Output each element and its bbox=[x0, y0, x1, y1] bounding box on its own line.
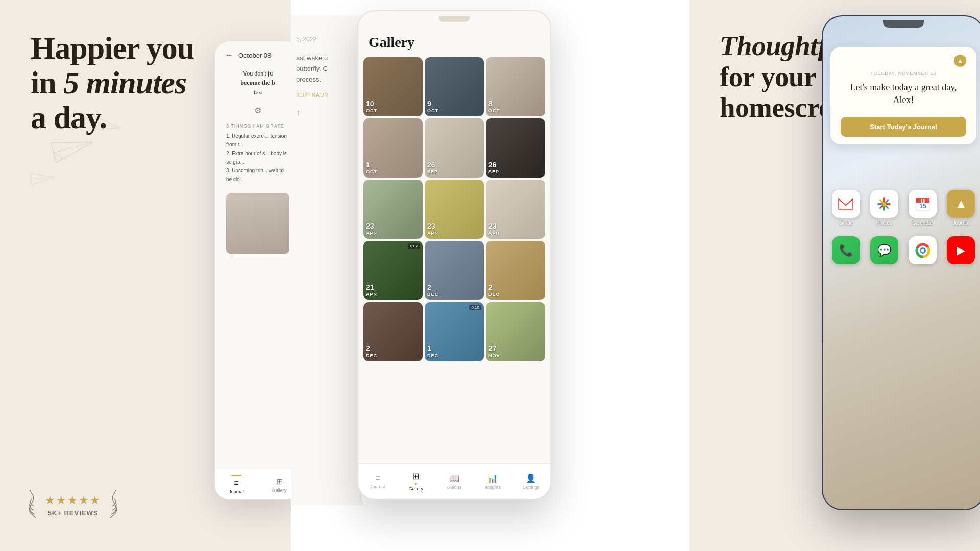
gnav-journal-label: Journal bbox=[370, 484, 385, 489]
nav-journal[interactable]: ≡ Journal bbox=[215, 475, 258, 494]
gallery-item[interactable]: 2DEC bbox=[486, 241, 545, 300]
homescreen-phone: ▲ TUESDAY, NOVEMBER 15 Let's make today … bbox=[822, 15, 980, 510]
app-youtube[interactable]: ▶ bbox=[946, 236, 976, 267]
gnav-gallery[interactable]: ⊞ Gallery bbox=[397, 471, 435, 491]
gallery-phone-top bbox=[358, 11, 550, 27]
gallery-item[interactable]: 27NOV bbox=[486, 302, 545, 361]
chrome-icon bbox=[909, 236, 937, 264]
gmail-label: Gmail bbox=[839, 220, 852, 226]
laurel-left bbox=[26, 490, 41, 520]
gallery-title: Gallery bbox=[358, 27, 550, 53]
left-section: Happier you in 5 minutes a day. bbox=[0, 0, 291, 551]
journal-widget[interactable]: ▲ TUESDAY, NOVEMBER 15 Let's make today … bbox=[830, 47, 976, 144]
app-gmail[interactable]: Gmail bbox=[830, 190, 861, 226]
partial-quote-text: ast wake u butterfly. C process. bbox=[296, 53, 357, 85]
middle-section: 5, 2022 ast wake u butterfly. C process.… bbox=[291, 0, 689, 551]
app-photos[interactable]: Photos bbox=[869, 190, 899, 226]
widget-date: TUESDAY, NOVEMBER 15 bbox=[841, 71, 966, 76]
wallpaper: ▲ TUESDAY, NOVEMBER 15 Let's make today … bbox=[823, 16, 980, 509]
gratitude-section: 3 THINGS I AM GRATE 1. Regular exerci...… bbox=[220, 119, 296, 188]
video-duration: 0:10 bbox=[469, 305, 481, 310]
app-calendar[interactable]: ▐ ▌ 15 Calendar bbox=[908, 190, 938, 226]
settings-icon: ⚙ bbox=[220, 106, 296, 115]
app-phone[interactable]: 📞 bbox=[830, 236, 861, 267]
gmail-icon bbox=[832, 190, 860, 218]
share-icon: ↑ bbox=[296, 108, 357, 117]
phone-1-date: October 08 bbox=[238, 52, 271, 59]
app-messages[interactable]: 💬 bbox=[869, 236, 899, 267]
widget-greeting: Let's make today a great day, Alex! bbox=[841, 81, 966, 107]
gnav-settings-label: Settings bbox=[523, 485, 540, 490]
phone-1-nav: ≡ Journal ⊞ Gallery bbox=[215, 469, 301, 499]
journal-icon: ▲ bbox=[947, 190, 975, 218]
youtube-icon: ▶ bbox=[947, 236, 975, 264]
gnav-gallery-label: Gallery bbox=[409, 486, 424, 491]
gallery-item[interactable]: 2DEC bbox=[425, 241, 484, 300]
star-rating: ★★★★★ bbox=[45, 494, 101, 507]
gnav-settings[interactable]: 👤 Settings bbox=[512, 473, 550, 490]
gnav-insights-label: Insights bbox=[485, 485, 501, 490]
phone-1-header: ← October 08 bbox=[220, 46, 296, 64]
gnav-guides-label: Guides bbox=[447, 485, 462, 490]
home-notch bbox=[883, 20, 924, 28]
calendar-label: Calendar bbox=[912, 220, 933, 226]
back-arrow-icon: ← bbox=[225, 51, 233, 60]
gnav-insights[interactable]: 📊 Insights bbox=[474, 473, 512, 490]
reviews-count: 5K+ REVIEWS bbox=[48, 509, 99, 517]
gnav-journal-icon: ≡ bbox=[375, 473, 380, 483]
gallery-item[interactable]: 10OCT bbox=[363, 57, 423, 116]
journal-nav-icon: ≡ bbox=[234, 479, 238, 488]
phone-1-bed-image bbox=[226, 193, 289, 254]
app-row-2: 📞 💬 bbox=[830, 236, 976, 267]
gallery-item[interactable]: 26SEP bbox=[486, 118, 545, 178]
messages-icon: 💬 bbox=[870, 236, 898, 264]
gallery-phone: Gallery 10OCT 9OCT 8OCT 1OCT bbox=[357, 10, 551, 500]
phone-home-top bbox=[823, 16, 980, 28]
gallery-item[interactable]: 23APR bbox=[363, 180, 423, 239]
right-section: Thoughtful widgets for your homescreen. … bbox=[689, 0, 980, 551]
video-duration: 0:07 bbox=[408, 243, 420, 249]
gallery-item[interactable]: 26SEP bbox=[425, 118, 484, 178]
gnav-guides-icon: 📖 bbox=[449, 473, 459, 483]
gallery-item[interactable]: 9OCT bbox=[425, 57, 484, 116]
gallery-grid: 10OCT 9OCT 8OCT 1OCT 26SE bbox=[358, 53, 550, 365]
gallery-item[interactable]: 8OCT bbox=[486, 57, 545, 116]
gallery-item[interactable]: 2DEC bbox=[363, 302, 423, 361]
photos-label: Photos bbox=[876, 220, 892, 226]
phone-icon: 📞 bbox=[832, 236, 860, 264]
app-grid: Gmail bbox=[830, 190, 976, 277]
gallery-item[interactable]: 23APR bbox=[486, 180, 545, 239]
laurel-right bbox=[105, 490, 120, 520]
gallery-item[interactable]: 21APR 0:07 bbox=[363, 241, 423, 300]
app-chrome[interactable] bbox=[908, 236, 938, 267]
svg-point-8 bbox=[921, 249, 924, 252]
gnav-journal[interactable]: ≡ Journal bbox=[358, 473, 397, 489]
widget-arrow-icon: ▲ bbox=[954, 55, 966, 67]
gallery-nav-icon: ⊞ bbox=[276, 477, 283, 486]
gallery-phone-nav: ≡ Journal ⊞ Gallery 📖 Guides 📊 Insights … bbox=[358, 463, 550, 499]
gnav-guides[interactable]: 📖 Guides bbox=[435, 473, 473, 490]
paper-planes-illustration bbox=[20, 102, 133, 204]
gratitude-item-1: 1. Regular exerci... tension from r... 2… bbox=[226, 132, 289, 184]
camera-notch bbox=[439, 16, 470, 22]
phone-mockup-1: ← October 08 You don't ju become the b i… bbox=[214, 41, 301, 500]
gnav-settings-icon: 👤 bbox=[526, 473, 536, 483]
partial-author: RUPI KAUR bbox=[296, 92, 357, 98]
gnav-active-indicator bbox=[415, 483, 417, 485]
laurel-wrapper: ★★★★★ 5K+ REVIEWS bbox=[26, 490, 120, 520]
gallery-item[interactable]: 23APR bbox=[425, 180, 484, 239]
gallery-item[interactable]: 1OCT bbox=[363, 118, 423, 178]
start-journal-button[interactable]: Start Today's Journal bbox=[841, 117, 966, 137]
phone-1-quote: You don't ju become the b is a bbox=[220, 64, 296, 102]
gnav-insights-icon: 📊 bbox=[487, 473, 498, 483]
calendar-icon: ▐ ▌ 15 bbox=[909, 190, 937, 218]
app-journal[interactable]: ▲ Journal bbox=[946, 190, 976, 226]
journal-app-label: Journal bbox=[952, 220, 969, 226]
gallery-item[interactable]: 1DEC 0:10 bbox=[425, 302, 484, 361]
gratitude-title: 3 THINGS I AM GRATE bbox=[226, 123, 289, 129]
gnav-gallery-icon: ⊞ bbox=[412, 471, 419, 481]
phone-2-partial: 5, 2022 ast wake u butterfly. C process.… bbox=[291, 15, 362, 505]
rating-badge: ★★★★★ 5K+ REVIEWS bbox=[26, 490, 120, 520]
photos-icon bbox=[870, 190, 898, 218]
widget-top-row: ▲ bbox=[841, 55, 966, 67]
